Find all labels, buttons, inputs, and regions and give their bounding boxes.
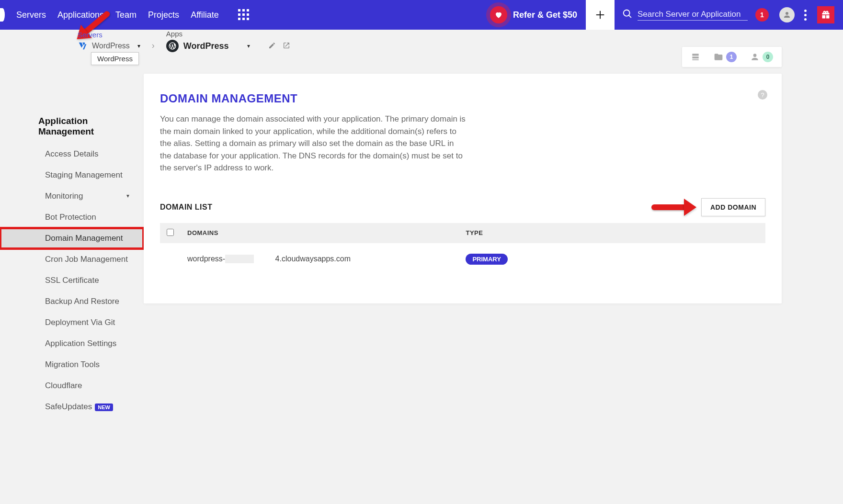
folders-stat[interactable]: 1 — [714, 52, 737, 62]
logo[interactable] — [0, 8, 5, 22]
new-badge: NEW — [95, 403, 113, 411]
sidebar-item-migration[interactable]: Migration Tools — [0, 354, 144, 375]
column-checkbox — [160, 223, 181, 243]
server-selector[interactable]: WordPress ▾ WordPress — [78, 41, 140, 51]
search-icon[interactable] — [622, 9, 633, 21]
sidebar-list: Access Details Staging Management Monito… — [0, 144, 144, 417]
type-badge: PRIMARY — [466, 254, 507, 265]
page-title: DOMAIN MANAGEMENT — [160, 92, 765, 105]
sidebar: Application Management Access Details St… — [0, 30, 144, 417]
edit-icon[interactable] — [268, 42, 276, 51]
add-domain-button[interactable]: ADD DOMAIN — [701, 198, 765, 216]
domain-cell: wordpress- 4.cloudwaysapps.com — [181, 243, 459, 275]
stats-panel: 1 0 — [682, 47, 782, 67]
sidebar-item-backup[interactable]: Backup And Restore — [0, 291, 144, 312]
annotation-arrow-icon — [651, 204, 688, 210]
help-icon[interactable]: ? — [758, 90, 767, 100]
top-navigation: Servers Applications Team Projects Affil… — [0, 0, 843, 30]
more-menu-icon[interactable] — [804, 10, 807, 21]
nav-applications[interactable]: Applications — [57, 1, 104, 29]
sidebar-item-staging[interactable]: Staging Management — [0, 165, 144, 186]
content-card: DOMAIN MANAGEMENT ? You can manage the d… — [144, 74, 782, 303]
nav-servers[interactable]: Servers — [16, 1, 46, 29]
heart-icon — [490, 6, 507, 23]
domains-table: DOMAINS TYPE wordpress- 4.cloudwaysapps.… — [160, 223, 765, 275]
sidebar-heading: Application Management — [0, 116, 144, 144]
chevron-down-icon: ▾ — [247, 43, 250, 49]
page-description: You can manage the domain associated wit… — [160, 113, 467, 174]
sidebar-item-cron[interactable]: Cron Job Management — [0, 249, 144, 270]
chevron-down-icon: ▾ — [126, 192, 129, 199]
sidebar-item-git[interactable]: Deployment Via Git — [0, 312, 144, 333]
refer-link[interactable]: Refer & Get $50 — [490, 6, 586, 23]
app-selector[interactable]: WordPress ▾ — [166, 40, 290, 52]
sidebar-item-cloudflare[interactable]: Cloudflare — [0, 375, 144, 396]
breadcrumb-apps-label: Apps — [166, 30, 290, 38]
sidebar-item-access-details[interactable]: Access Details — [0, 144, 144, 165]
search-area: 1 — [615, 0, 843, 30]
sidebar-item-ssl[interactable]: SSL Certificate — [0, 270, 144, 291]
sidebar-item-safeupdates[interactable]: SafeUpdatesNEW — [0, 396, 144, 417]
servers-stat-icon[interactable] — [691, 52, 700, 62]
main-content: Servers WordPress ▾ WordPress › Apps Wor… — [144, 30, 843, 417]
table-row: wordpress- 4.cloudwaysapps.com PRIMARY — [160, 243, 765, 275]
redacted — [225, 255, 254, 263]
domain-list-heading: DOMAIN LIST — [160, 203, 213, 212]
users-stat[interactable]: 0 — [750, 52, 773, 62]
wordpress-icon — [166, 40, 179, 52]
tooltip: WordPress — [91, 52, 139, 65]
external-link-icon[interactable] — [283, 42, 290, 51]
add-button[interactable] — [586, 0, 615, 30]
user-avatar[interactable] — [779, 7, 795, 22]
nav-projects[interactable]: Projects — [148, 1, 179, 29]
nav-team[interactable]: Team — [115, 1, 137, 29]
select-all-checkbox[interactable] — [167, 229, 174, 236]
sidebar-item-monitoring[interactable]: Monitoring▾ — [0, 186, 144, 207]
apps-grid-icon[interactable] — [238, 9, 250, 21]
column-type: TYPE — [459, 223, 765, 243]
breadcrumb-servers-label[interactable]: Servers — [78, 31, 140, 39]
search-input[interactable] — [638, 10, 748, 19]
sidebar-item-app-settings[interactable]: Application Settings — [0, 333, 144, 354]
breadcrumb: Servers WordPress ▾ WordPress › Apps Wor… — [38, 30, 290, 52]
vultr-icon — [78, 41, 88, 51]
notification-count[interactable]: 1 — [755, 8, 769, 22]
main-nav: Servers Applications Team Projects Affil… — [16, 1, 219, 29]
gift-button[interactable] — [817, 6, 834, 23]
refer-label: Refer & Get $50 — [513, 10, 577, 20]
column-domains: DOMAINS — [181, 223, 459, 243]
sidebar-item-domain-management[interactable]: Domain Management — [0, 228, 144, 249]
nav-affiliate[interactable]: Affiliate — [191, 1, 219, 29]
sidebar-item-bot-protection[interactable]: Bot Protection — [0, 207, 144, 228]
breadcrumb-separator-icon: › — [148, 41, 159, 51]
chevron-down-icon: ▾ — [137, 43, 140, 49]
